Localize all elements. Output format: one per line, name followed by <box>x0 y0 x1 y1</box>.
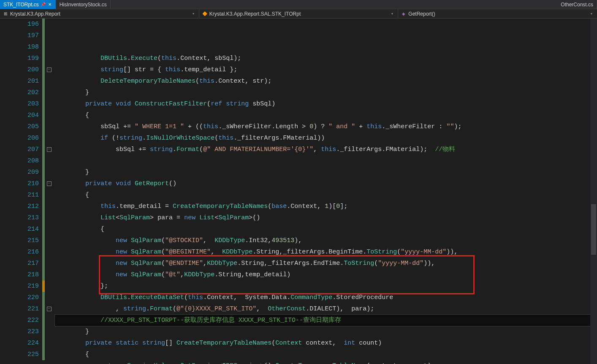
line-number: 214 <box>0 224 39 235</box>
fold-gutter: −−−− <box>45 19 53 364</box>
code-line[interactable]: if (!string.IsNullOrWhiteSpace(this._fil… <box>55 132 597 144</box>
line-number: 208 <box>0 155 39 167</box>
fold-cell <box>45 292 53 303</box>
code-line[interactable]: { <box>55 110 597 121</box>
line-number: 209 <box>0 167 39 178</box>
fold-cell <box>45 337 53 349</box>
fold-cell <box>45 280 53 292</box>
line-number: 201 <box>0 75 39 87</box>
code-line[interactable]: List<SqlParam> para = new List<SqlParam>… <box>55 212 597 224</box>
code-line[interactable]: { <box>55 224 597 235</box>
close-icon[interactable]: ✕ <box>47 2 52 7</box>
line-number: 221 <box>0 303 39 315</box>
breadcrumb-bar: ⊞ Krystal.K3.App.Report ▾ 🔶 Krystal.K3.A… <box>0 9 597 19</box>
code-line[interactable]: new SqlParam("@t",KDDbType.String,temp_d… <box>55 269 597 280</box>
line-number: 223 <box>0 326 39 337</box>
fold-cell <box>45 53 53 64</box>
chevron-down-icon[interactable]: ▾ <box>190 11 196 17</box>
fold-cell <box>45 269 53 280</box>
fold-toggle[interactable]: − <box>47 307 52 311</box>
line-number: 211 <box>0 189 39 201</box>
code-line[interactable]: DBUtils.Execute(this.Context, sbSql); <box>55 53 597 64</box>
code-line[interactable]: //XXXX_PR_STK_ITORPT--获取历史库存信息 XXXX_PR_S… <box>55 315 597 326</box>
fold-cell <box>45 212 53 224</box>
scroll-thumb[interactable] <box>591 204 596 255</box>
line-number: 196 <box>0 19 39 30</box>
vertical-scrollbar[interactable] <box>590 19 597 364</box>
code-line[interactable]: { <box>55 349 597 360</box>
fold-cell <box>45 75 53 87</box>
tab-bar: STK_ITORpt.cs 📌 ✕ HisInventoryStock.cs O… <box>0 0 597 9</box>
code-line[interactable]: } <box>55 326 597 337</box>
method-icon: ◈ <box>401 11 407 17</box>
code-line[interactable] <box>55 155 597 167</box>
chevron-down-icon[interactable]: ▾ <box>389 11 395 17</box>
code-line[interactable]: new SqlParam("@STOCKID", KDDbType.Int32,… <box>55 235 597 246</box>
bc-text: Krystal.K3.App.Report.SAL.STK_ITORpt <box>209 11 301 17</box>
line-number: 207 <box>0 144 39 155</box>
fold-cell <box>45 121 53 132</box>
bc-text: Krystal.K3.App.Report <box>10 11 60 17</box>
line-number: 222 <box>0 315 39 326</box>
namespace-icon: ⊞ <box>3 11 8 17</box>
line-number: 199 <box>0 53 39 64</box>
fold-cell <box>45 155 53 167</box>
code-line[interactable]: new SqlParam("@BEGINTIME", KDDbType.Stri… <box>55 246 597 258</box>
code-line[interactable]: sbSql += " WHERE 1=1 " + ((this._sWhereF… <box>55 121 597 132</box>
fold-toggle[interactable]: − <box>47 67 52 72</box>
fold-cell <box>45 98 53 110</box>
fold-cell <box>45 326 53 337</box>
code-line[interactable]: , string.Format(@"{0}XXXX_PR_STK_ITO", O… <box>55 303 597 315</box>
tab-label: OtherConst.cs <box>561 2 593 8</box>
fold-cell <box>45 167 53 178</box>
fold-cell: − <box>45 303 53 315</box>
line-number: 203 <box>0 98 39 110</box>
fold-cell <box>45 224 53 235</box>
code-line[interactable]: DBUtils.ExecuteDataSet(this.Context, Sys… <box>55 292 597 303</box>
tab-active[interactable]: STK_ITORpt.cs 📌 ✕ <box>0 0 56 9</box>
code-line[interactable]: string[] str = { this.temp_detail }; <box>55 64 597 75</box>
line-number: 205 <box>0 121 39 132</box>
code-line[interactable]: new SqlParam("@ENDTIME",KDDbType.String,… <box>55 258 597 269</box>
tab-label: STK_ITORpt.cs <box>3 2 39 8</box>
fold-cell <box>45 87 53 98</box>
fold-cell <box>45 258 53 269</box>
bc-text: GetReport() <box>408 11 435 17</box>
line-number-gutter: 1961971981992002012022032042052062072082… <box>0 19 42 364</box>
line-number: 202 <box>0 87 39 98</box>
breadcrumb-namespace[interactable]: ⊞ Krystal.K3.App.Report ▾ <box>0 9 199 18</box>
code-line[interactable]: { <box>55 189 597 201</box>
breadcrumb-class[interactable]: 🔶 Krystal.K3.App.Report.SAL.STK_ITORpt ▾ <box>199 9 399 18</box>
pin-icon[interactable]: 📌 <box>41 2 46 7</box>
code-line[interactable]: } <box>55 87 597 98</box>
fold-cell: − <box>45 144 53 155</box>
line-number: 197 <box>0 30 39 41</box>
tab-other[interactable]: HisInventoryStock.cs <box>56 0 111 9</box>
code-line[interactable]: DeleteTemporaryTableNames(this.Context, … <box>55 75 597 87</box>
fold-cell <box>45 30 53 41</box>
tab-right[interactable]: OtherConst.cs <box>557 0 597 9</box>
code-line[interactable]: } <box>55 167 597 178</box>
fold-cell <box>45 19 53 30</box>
code-area[interactable]: DBUtils.Execute(this.Context, sbSql); st… <box>53 19 597 364</box>
line-number: 213 <box>0 212 39 224</box>
code-line[interactable]: }; <box>55 280 597 292</box>
code-line[interactable]: private void ConstructFastFilter(ref str… <box>55 98 597 110</box>
fold-cell <box>45 349 53 360</box>
breadcrumb-method[interactable]: ◈ GetReport() ▾ <box>398 9 597 18</box>
line-number: 198 <box>0 41 39 53</box>
chevron-down-icon[interactable]: ▾ <box>589 11 594 17</box>
code-line[interactable]: this.temp_detail = CreateTemporaryTableN… <box>55 201 597 212</box>
code-line[interactable]: private void GetReport() <box>55 178 597 189</box>
fold-toggle[interactable]: − <box>47 147 52 152</box>
line-number: 210 <box>0 178 39 189</box>
code-line[interactable]: return ServiceHelper.GetService<IDBServi… <box>55 360 597 364</box>
line-number: 218 <box>0 269 39 280</box>
fold-toggle[interactable]: − <box>47 181 52 186</box>
code-line[interactable]: sbSql += string.Format(@" AND FMATERIALN… <box>55 144 597 155</box>
line-number: 217 <box>0 258 39 269</box>
code-line[interactable]: private static string[] CreateTemporaryT… <box>55 337 597 349</box>
fold-cell: − <box>45 178 53 189</box>
code-editor[interactable]: 1961971981992002012022032042052062072082… <box>0 19 597 364</box>
line-number: 200 <box>0 64 39 75</box>
